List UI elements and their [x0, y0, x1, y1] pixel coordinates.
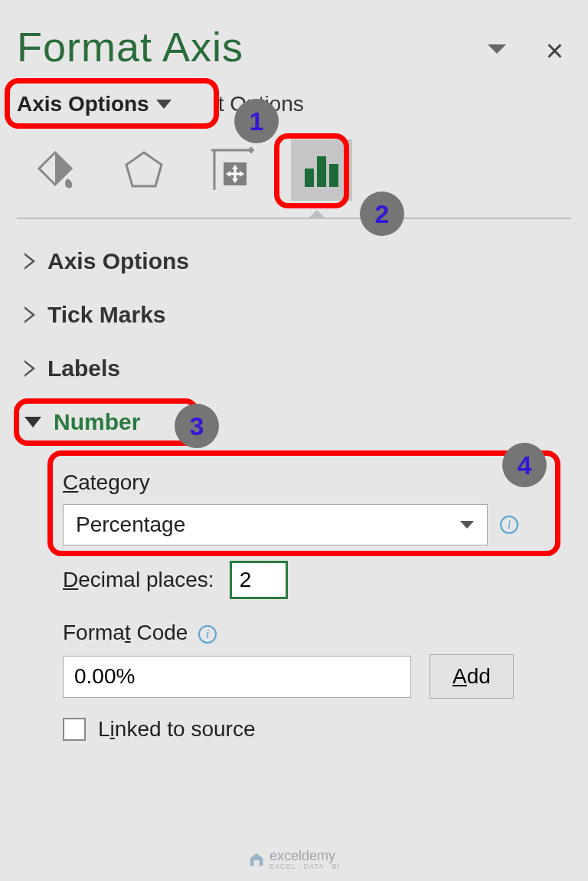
section-labels[interactable]: Labels [21, 342, 571, 395]
svg-marker-1 [156, 100, 172, 109]
watermark-sub: EXCEL · DATA · BI [270, 863, 340, 870]
select-value: Percentage [76, 513, 185, 537]
pane-title: Format Axis [17, 23, 243, 70]
linked-to-source-label: Linked to source [98, 717, 255, 742]
step-badge-1: 1 [234, 99, 279, 143]
decimal-places-label: Decimal places: [63, 568, 214, 592]
step-badge-4: 4 [502, 443, 547, 487]
chevron-down-icon [155, 99, 172, 110]
axis-options-icon[interactable] [291, 139, 352, 201]
linked-to-source-checkbox[interactable] [63, 718, 86, 741]
svg-rect-13 [317, 156, 326, 187]
callout-arrow [308, 210, 326, 219]
expand-icon [24, 360, 35, 377]
step-badge-3: 3 [175, 404, 219, 448]
section-axis-options[interactable]: Axis Options [21, 234, 571, 288]
section-number[interactable]: Number [21, 395, 571, 449]
expand-icon [24, 306, 35, 323]
effects-icon[interactable] [113, 139, 175, 201]
step-badge-2: 2 [360, 192, 404, 236]
section-label: Axis Options [47, 248, 189, 274]
info-icon[interactable]: i [198, 625, 217, 644]
svg-marker-0 [488, 44, 506, 54]
tab-axis-options[interactable]: Axis Options [17, 92, 172, 116]
watermark: exceldemy EXCEL · DATA · BI [248, 848, 340, 870]
size-properties-icon[interactable] [202, 139, 263, 201]
format-code-label: Format Code i [63, 621, 556, 645]
fill-line-icon[interactable] [24, 139, 86, 201]
info-icon[interactable]: i [500, 516, 518, 534]
section-label: Number [54, 409, 140, 435]
pane-menu-dropdown[interactable] [486, 43, 508, 58]
add-button[interactable]: Add [430, 654, 514, 699]
expand-icon [24, 253, 35, 270]
section-label: Labels [47, 355, 120, 382]
svg-rect-12 [305, 169, 314, 187]
divider [17, 218, 571, 219]
svg-rect-14 [329, 164, 338, 187]
format-code-input[interactable] [63, 656, 411, 698]
svg-marker-15 [460, 521, 474, 529]
chevron-down-icon [459, 520, 475, 529]
decimal-places-input[interactable] [230, 561, 288, 599]
category-select[interactable]: Percentage [63, 504, 488, 545]
svg-rect-16 [253, 860, 259, 865]
category-label: Category [63, 470, 556, 495]
section-tick-marks[interactable]: Tick Marks [21, 288, 571, 342]
tab-label: Axis Options [17, 92, 149, 116]
svg-marker-2 [126, 152, 162, 186]
close-icon[interactable]: × [546, 34, 571, 68]
collapse-icon [24, 417, 41, 427]
watermark-text: exceldemy [270, 848, 335, 863]
section-label: Tick Marks [47, 302, 166, 328]
